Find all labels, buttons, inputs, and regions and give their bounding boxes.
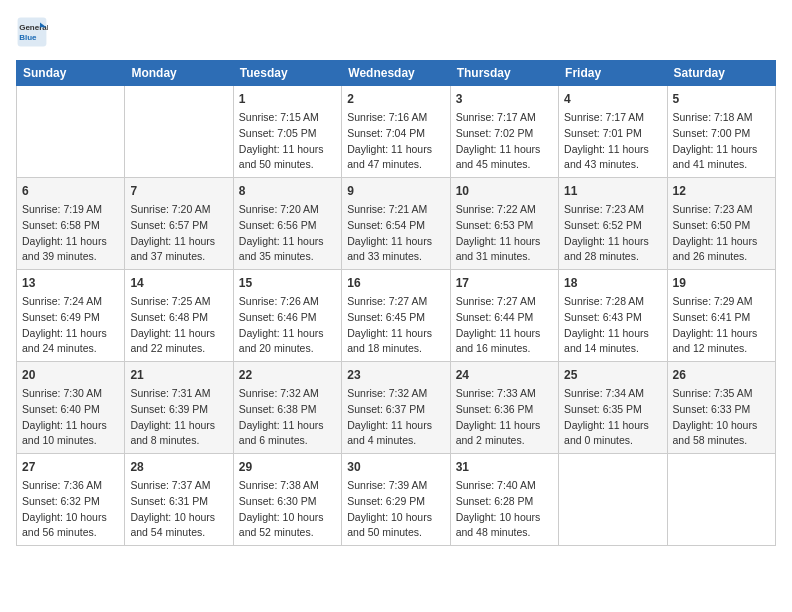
calendar-cell: 22Sunrise: 7:32 AM Sunset: 6:38 PM Dayli…	[233, 362, 341, 454]
calendar-cell: 26Sunrise: 7:35 AM Sunset: 6:33 PM Dayli…	[667, 362, 775, 454]
calendar-cell: 1Sunrise: 7:15 AM Sunset: 7:05 PM Daylig…	[233, 86, 341, 178]
cell-content: Sunrise: 7:37 AM Sunset: 6:31 PM Dayligh…	[130, 478, 227, 541]
cell-content: Sunrise: 7:34 AM Sunset: 6:35 PM Dayligh…	[564, 386, 661, 449]
calendar-cell: 9Sunrise: 7:21 AM Sunset: 6:54 PM Daylig…	[342, 178, 450, 270]
day-number: 16	[347, 274, 444, 292]
cell-content: Sunrise: 7:28 AM Sunset: 6:43 PM Dayligh…	[564, 294, 661, 357]
cell-content: Sunrise: 7:29 AM Sunset: 6:41 PM Dayligh…	[673, 294, 770, 357]
logo-icon: General Blue	[16, 16, 48, 48]
calendar-cell: 15Sunrise: 7:26 AM Sunset: 6:46 PM Dayli…	[233, 270, 341, 362]
cell-content: Sunrise: 7:20 AM Sunset: 6:56 PM Dayligh…	[239, 202, 336, 265]
cell-content: Sunrise: 7:21 AM Sunset: 6:54 PM Dayligh…	[347, 202, 444, 265]
calendar-cell: 18Sunrise: 7:28 AM Sunset: 6:43 PM Dayli…	[559, 270, 667, 362]
calendar-cell: 21Sunrise: 7:31 AM Sunset: 6:39 PM Dayli…	[125, 362, 233, 454]
column-header-sunday: Sunday	[17, 61, 125, 86]
calendar-cell	[667, 454, 775, 546]
calendar-cell	[17, 86, 125, 178]
cell-content: Sunrise: 7:23 AM Sunset: 6:52 PM Dayligh…	[564, 202, 661, 265]
week-row-2: 6Sunrise: 7:19 AM Sunset: 6:58 PM Daylig…	[17, 178, 776, 270]
calendar-cell: 16Sunrise: 7:27 AM Sunset: 6:45 PM Dayli…	[342, 270, 450, 362]
day-number: 4	[564, 90, 661, 108]
calendar-cell: 6Sunrise: 7:19 AM Sunset: 6:58 PM Daylig…	[17, 178, 125, 270]
calendar-cell: 19Sunrise: 7:29 AM Sunset: 6:41 PM Dayli…	[667, 270, 775, 362]
week-row-5: 27Sunrise: 7:36 AM Sunset: 6:32 PM Dayli…	[17, 454, 776, 546]
calendar-cell: 24Sunrise: 7:33 AM Sunset: 6:36 PM Dayli…	[450, 362, 558, 454]
calendar-cell: 28Sunrise: 7:37 AM Sunset: 6:31 PM Dayli…	[125, 454, 233, 546]
day-number: 12	[673, 182, 770, 200]
day-number: 25	[564, 366, 661, 384]
calendar-cell: 20Sunrise: 7:30 AM Sunset: 6:40 PM Dayli…	[17, 362, 125, 454]
day-number: 6	[22, 182, 119, 200]
cell-content: Sunrise: 7:32 AM Sunset: 6:37 PM Dayligh…	[347, 386, 444, 449]
calendar-cell: 25Sunrise: 7:34 AM Sunset: 6:35 PM Dayli…	[559, 362, 667, 454]
column-header-friday: Friday	[559, 61, 667, 86]
calendar-cell	[559, 454, 667, 546]
cell-content: Sunrise: 7:24 AM Sunset: 6:49 PM Dayligh…	[22, 294, 119, 357]
day-number: 28	[130, 458, 227, 476]
cell-content: Sunrise: 7:26 AM Sunset: 6:46 PM Dayligh…	[239, 294, 336, 357]
cell-content: Sunrise: 7:15 AM Sunset: 7:05 PM Dayligh…	[239, 110, 336, 173]
day-number: 17	[456, 274, 553, 292]
day-number: 27	[22, 458, 119, 476]
cell-content: Sunrise: 7:23 AM Sunset: 6:50 PM Dayligh…	[673, 202, 770, 265]
day-number: 1	[239, 90, 336, 108]
day-number: 13	[22, 274, 119, 292]
cell-content: Sunrise: 7:18 AM Sunset: 7:00 PM Dayligh…	[673, 110, 770, 173]
calendar-cell: 14Sunrise: 7:25 AM Sunset: 6:48 PM Dayli…	[125, 270, 233, 362]
day-number: 29	[239, 458, 336, 476]
cell-content: Sunrise: 7:31 AM Sunset: 6:39 PM Dayligh…	[130, 386, 227, 449]
day-number: 10	[456, 182, 553, 200]
cell-content: Sunrise: 7:17 AM Sunset: 7:01 PM Dayligh…	[564, 110, 661, 173]
calendar-cell: 12Sunrise: 7:23 AM Sunset: 6:50 PM Dayli…	[667, 178, 775, 270]
day-number: 31	[456, 458, 553, 476]
day-number: 24	[456, 366, 553, 384]
calendar-cell: 11Sunrise: 7:23 AM Sunset: 6:52 PM Dayli…	[559, 178, 667, 270]
header-row: SundayMondayTuesdayWednesdayThursdayFrid…	[17, 61, 776, 86]
calendar-cell: 3Sunrise: 7:17 AM Sunset: 7:02 PM Daylig…	[450, 86, 558, 178]
day-number: 5	[673, 90, 770, 108]
column-header-thursday: Thursday	[450, 61, 558, 86]
day-number: 21	[130, 366, 227, 384]
day-number: 23	[347, 366, 444, 384]
calendar-cell: 7Sunrise: 7:20 AM Sunset: 6:57 PM Daylig…	[125, 178, 233, 270]
cell-content: Sunrise: 7:39 AM Sunset: 6:29 PM Dayligh…	[347, 478, 444, 541]
day-number: 22	[239, 366, 336, 384]
cell-content: Sunrise: 7:20 AM Sunset: 6:57 PM Dayligh…	[130, 202, 227, 265]
day-number: 11	[564, 182, 661, 200]
calendar-cell	[125, 86, 233, 178]
day-number: 20	[22, 366, 119, 384]
cell-content: Sunrise: 7:30 AM Sunset: 6:40 PM Dayligh…	[22, 386, 119, 449]
calendar-cell: 10Sunrise: 7:22 AM Sunset: 6:53 PM Dayli…	[450, 178, 558, 270]
cell-content: Sunrise: 7:33 AM Sunset: 6:36 PM Dayligh…	[456, 386, 553, 449]
calendar-cell: 8Sunrise: 7:20 AM Sunset: 6:56 PM Daylig…	[233, 178, 341, 270]
cell-content: Sunrise: 7:25 AM Sunset: 6:48 PM Dayligh…	[130, 294, 227, 357]
cell-content: Sunrise: 7:22 AM Sunset: 6:53 PM Dayligh…	[456, 202, 553, 265]
cell-content: Sunrise: 7:38 AM Sunset: 6:30 PM Dayligh…	[239, 478, 336, 541]
week-row-3: 13Sunrise: 7:24 AM Sunset: 6:49 PM Dayli…	[17, 270, 776, 362]
cell-content: Sunrise: 7:27 AM Sunset: 6:45 PM Dayligh…	[347, 294, 444, 357]
week-row-4: 20Sunrise: 7:30 AM Sunset: 6:40 PM Dayli…	[17, 362, 776, 454]
day-number: 14	[130, 274, 227, 292]
column-header-tuesday: Tuesday	[233, 61, 341, 86]
calendar-cell: 17Sunrise: 7:27 AM Sunset: 6:44 PM Dayli…	[450, 270, 558, 362]
calendar-cell: 23Sunrise: 7:32 AM Sunset: 6:37 PM Dayli…	[342, 362, 450, 454]
day-number: 30	[347, 458, 444, 476]
cell-content: Sunrise: 7:17 AM Sunset: 7:02 PM Dayligh…	[456, 110, 553, 173]
calendar-cell: 30Sunrise: 7:39 AM Sunset: 6:29 PM Dayli…	[342, 454, 450, 546]
cell-content: Sunrise: 7:16 AM Sunset: 7:04 PM Dayligh…	[347, 110, 444, 173]
calendar-cell: 31Sunrise: 7:40 AM Sunset: 6:28 PM Dayli…	[450, 454, 558, 546]
calendar-cell: 27Sunrise: 7:36 AM Sunset: 6:32 PM Dayli…	[17, 454, 125, 546]
column-header-monday: Monday	[125, 61, 233, 86]
cell-content: Sunrise: 7:36 AM Sunset: 6:32 PM Dayligh…	[22, 478, 119, 541]
svg-text:General: General	[19, 23, 48, 32]
page-header: General Blue	[16, 16, 776, 48]
column-header-saturday: Saturday	[667, 61, 775, 86]
day-number: 26	[673, 366, 770, 384]
week-row-1: 1Sunrise: 7:15 AM Sunset: 7:05 PM Daylig…	[17, 86, 776, 178]
calendar-table: SundayMondayTuesdayWednesdayThursdayFrid…	[16, 60, 776, 546]
day-number: 8	[239, 182, 336, 200]
day-number: 9	[347, 182, 444, 200]
cell-content: Sunrise: 7:32 AM Sunset: 6:38 PM Dayligh…	[239, 386, 336, 449]
calendar-cell: 2Sunrise: 7:16 AM Sunset: 7:04 PM Daylig…	[342, 86, 450, 178]
day-number: 15	[239, 274, 336, 292]
